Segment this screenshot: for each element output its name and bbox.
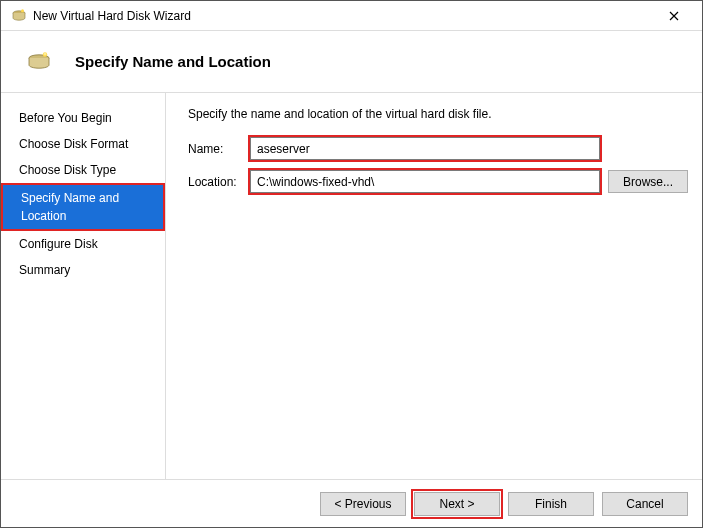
disk-icon: [23, 52, 55, 72]
step-choose-disk-type[interactable]: Choose Disk Type: [1, 157, 165, 183]
previous-button[interactable]: < Previous: [320, 492, 406, 516]
page-heading: Specify Name and Location: [75, 53, 271, 70]
location-label: Location:: [188, 175, 250, 189]
cancel-button[interactable]: Cancel: [602, 492, 688, 516]
wizard-footer: < Previous Next > Finish Cancel: [1, 479, 702, 527]
wizard-header: Specify Name and Location: [1, 31, 702, 93]
browse-button[interactable]: Browse...: [608, 170, 688, 193]
svg-point-1: [21, 9, 24, 12]
location-input[interactable]: [250, 170, 600, 193]
steps-sidebar: Before You Begin Choose Disk Format Choo…: [1, 93, 166, 479]
close-button[interactable]: [654, 2, 694, 30]
step-configure-disk[interactable]: Configure Disk: [1, 231, 165, 257]
wizard-body: Before You Begin Choose Disk Format Choo…: [1, 93, 702, 479]
step-summary[interactable]: Summary: [1, 257, 165, 283]
step-before-you-begin[interactable]: Before You Begin: [1, 105, 165, 131]
name-row: Name:: [188, 137, 688, 160]
titlebar: New Virtual Hard Disk Wizard: [1, 1, 702, 31]
disk-icon: [11, 8, 27, 24]
window-title: New Virtual Hard Disk Wizard: [33, 9, 654, 23]
instruction-text: Specify the name and location of the vir…: [188, 107, 688, 121]
wizard-window: New Virtual Hard Disk Wizard Specify Nam…: [0, 0, 703, 528]
step-choose-disk-format[interactable]: Choose Disk Format: [1, 131, 165, 157]
name-label: Name:: [188, 142, 250, 156]
next-button[interactable]: Next >: [414, 492, 500, 516]
finish-button[interactable]: Finish: [508, 492, 594, 516]
location-row: Location: Browse...: [188, 170, 688, 193]
step-specify-name-location[interactable]: Specify Name and Location: [1, 183, 165, 231]
content-pane: Specify the name and location of the vir…: [166, 93, 702, 479]
name-input[interactable]: [250, 137, 600, 160]
